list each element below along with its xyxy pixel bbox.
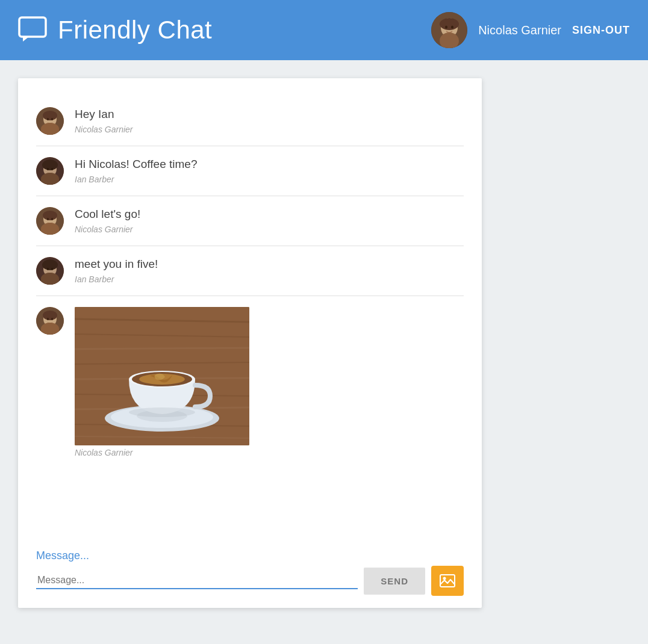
svg-point-22 (43, 211, 57, 220)
messages-list: Hey Ian Nicolas Garnier (36, 96, 464, 534)
header-left: Friendly Chat (18, 16, 212, 45)
header-user-avatar (431, 12, 467, 48)
chat-logo-icon (18, 16, 47, 44)
avatar (36, 157, 64, 185)
svg-point-17 (47, 168, 49, 170)
app-title: Friendly Chat (58, 16, 212, 45)
svg-point-4 (440, 18, 459, 30)
avatar (36, 207, 64, 235)
svg-point-24 (51, 218, 53, 220)
svg-point-25 (42, 223, 58, 235)
message-input-label: Message... (36, 550, 464, 562)
input-area: Message... SEND (36, 540, 464, 596)
svg-point-16 (42, 159, 58, 170)
svg-point-56 (443, 577, 446, 580)
chat-card: Hey Ian Nicolas Garnier (18, 78, 482, 608)
message-text: meet you in five! (75, 257, 158, 272)
message-content: Hi Nicolas! Coffee time? Ian Barber (75, 157, 197, 184)
svg-point-54 (129, 407, 195, 417)
image-upload-icon (439, 572, 456, 589)
avatar (36, 257, 64, 285)
image-upload-button[interactable] (431, 566, 464, 596)
svg-line-41 (75, 348, 249, 349)
svg-point-34 (43, 311, 57, 320)
avatar (36, 307, 64, 335)
message-text: Cool let's go! (75, 207, 140, 222)
svg-rect-55 (440, 575, 455, 587)
signout-button[interactable]: SIGN-OUT (572, 24, 630, 37)
svg-point-12 (51, 118, 53, 120)
message-image (75, 307, 249, 445)
header-username: Nicolas Garnier (478, 23, 561, 37)
header-right: Nicolas Garnier SIGN-OUT (431, 12, 630, 48)
app-header: Friendly Chat Nicolas Garnier SIGN-OUT (0, 0, 648, 60)
message-text: Hi Nicolas! Coffee time? (75, 157, 197, 172)
svg-point-28 (42, 259, 58, 270)
input-row: SEND (36, 566, 464, 596)
svg-point-10 (43, 111, 57, 120)
svg-point-37 (42, 323, 58, 335)
svg-rect-0 (19, 17, 46, 37)
svg-point-11 (47, 118, 49, 120)
message-author: Ian Barber (75, 274, 158, 284)
message-item: meet you in five! Ian Barber (36, 246, 464, 296)
message-content: Cool let's go! Nicolas Garnier (75, 207, 140, 234)
svg-point-30 (51, 268, 53, 270)
svg-point-13 (42, 123, 58, 135)
message-text: Hey Ian (75, 107, 132, 122)
svg-point-23 (47, 218, 49, 220)
message-content: Nicolas Garnier (75, 307, 249, 457)
message-input[interactable] (36, 572, 358, 589)
svg-point-5 (445, 26, 447, 29)
svg-point-29 (47, 268, 49, 270)
message-item: Nicolas Garnier (36, 296, 464, 468)
message-author: Nicolas Garnier (75, 125, 132, 134)
message-content: Hey Ian Nicolas Garnier (75, 107, 132, 134)
avatar (36, 107, 64, 135)
svg-point-31 (42, 273, 58, 285)
message-author: Nicolas Garnier (75, 448, 249, 457)
message-author: Nicolas Garnier (75, 224, 140, 234)
main-content: Hey Ian Nicolas Garnier (0, 60, 648, 626)
svg-point-35 (47, 318, 49, 320)
message-author: Ian Barber (75, 175, 197, 184)
svg-point-19 (42, 173, 58, 185)
svg-point-6 (451, 26, 453, 29)
svg-point-18 (51, 168, 53, 170)
message-item: Cool let's go! Nicolas Garnier (36, 196, 464, 246)
message-item: Hi Nicolas! Coffee time? Ian Barber (36, 146, 464, 196)
send-button[interactable]: SEND (364, 568, 425, 595)
message-content: meet you in five! Ian Barber (75, 257, 158, 284)
message-item: Hey Ian Nicolas Garnier (36, 96, 464, 146)
svg-point-36 (51, 318, 53, 320)
